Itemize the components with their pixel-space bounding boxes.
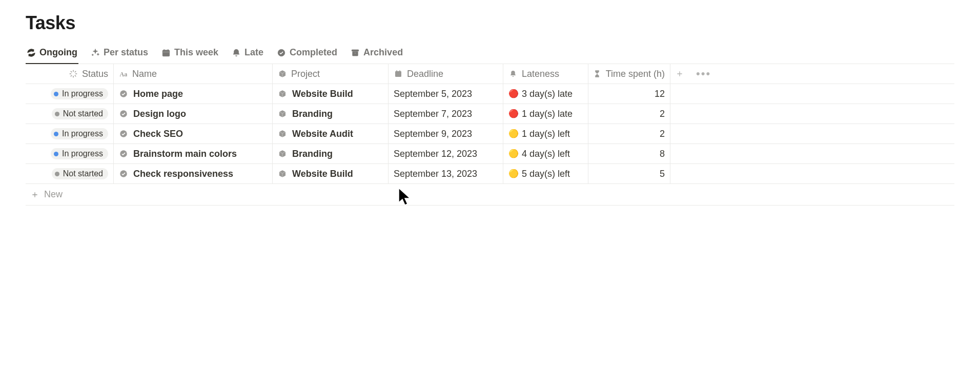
col-status[interactable]: Status [26,64,114,84]
svg-point-12 [120,150,127,157]
tab-completed[interactable]: Completed [276,43,338,64]
plus-icon [31,191,39,199]
tab-late[interactable]: Late [231,43,264,64]
cell-name[interactable]: Check responsiveness [114,164,273,183]
svg-rect-6 [355,53,356,54]
cell-status[interactable]: Not started [26,164,114,183]
project-name: Website Build [292,169,353,179]
table-row[interactable]: Not startedCheck responsivenessWebsite B… [26,164,954,184]
new-row-label: New [44,189,63,200]
status-pill: In progress [51,88,108,99]
task-name: Check responsiveness [133,169,233,179]
timespent-value: 5 [594,169,665,179]
cell-lateness[interactable]: 🟡4 day(s) left [503,144,588,163]
cell-status[interactable]: In progress [26,84,114,104]
cell-lateness[interactable]: 🔴1 day(s) late [503,104,588,124]
svg-point-11 [120,130,127,137]
cell-lateness[interactable]: 🔴3 day(s) late [503,84,588,104]
timespent-value: 12 [594,89,665,99]
task-name: Home page [133,89,183,99]
cell-deadline[interactable]: September 5, 2023 [389,84,503,104]
cell-deadline[interactable]: September 7, 2023 [389,104,503,124]
project-box-icon [278,89,287,98]
lateness-status-icon: 🟡 [508,130,519,138]
tab-archived[interactable]: Archived [350,43,404,64]
cell-name[interactable]: Home page [114,84,273,104]
tab-label: Archived [363,47,403,58]
status-loading-icon [69,69,78,78]
archive-icon [351,48,360,57]
status-label: Not started [63,109,103,118]
cell-project[interactable]: Website Audit [273,124,389,144]
cell-timespent[interactable]: 5 [588,164,670,183]
cell-timespent[interactable]: 12 [588,84,670,104]
bell-icon [232,48,241,57]
tab-ongoing[interactable]: Ongoing [26,43,78,64]
cell-status[interactable]: In progress [26,144,114,163]
lateness-text: 4 day(s) left [522,149,570,159]
status-pill: Not started [52,168,108,179]
status-label: Not started [63,169,103,178]
col-deadline[interactable]: Deadline [389,64,503,84]
tab-label: Ongoing [39,47,77,58]
cell-timespent[interactable]: 2 [588,124,670,144]
project-name: Branding [292,109,333,119]
cell-project[interactable]: Website Build [273,84,389,104]
lateness-status-icon: 🔴 [508,90,519,98]
tab-label: This week [174,47,218,58]
task-check-icon [119,149,128,158]
tab-label: Late [244,47,263,58]
cell-name[interactable]: Check SEO [114,124,273,144]
deadline-value: September 7, 2023 [394,109,472,119]
status-label: In progress [62,89,103,98]
add-column-button[interactable] [676,70,684,78]
cell-status[interactable]: In progress [26,124,114,144]
view-tabs: Ongoing Per status This week Late Comple… [26,43,954,64]
col-label: Name [132,69,157,79]
sparkle-icon [91,48,100,57]
col-name[interactable]: Aa Name [114,64,273,84]
tab-this-week[interactable]: This week [160,43,219,64]
table-row[interactable]: In progressBrainstorm main colorsBrandin… [26,144,954,164]
cell-project[interactable]: Branding [273,144,389,163]
cell-lateness[interactable]: 🟡1 day(s) left [503,124,588,144]
cell-timespent[interactable]: 2 [588,104,670,124]
cell-deadline[interactable]: September 9, 2023 [389,124,503,144]
project-box-icon [278,169,287,178]
cell-deadline[interactable]: September 13, 2023 [389,164,503,183]
cell-timespent[interactable]: 8 [588,144,670,163]
cell-extra [670,84,954,104]
col-lateness[interactable]: Lateness [503,64,588,84]
new-row-button[interactable]: New [26,184,954,206]
status-dot-icon [55,172,59,176]
status-dot-icon [55,112,59,116]
table-header: Status Aa Name Project Deadline [26,64,954,84]
tab-label: Per status [104,47,148,58]
col-label: Status [82,69,108,79]
cell-deadline[interactable]: September 12, 2023 [389,144,503,163]
svg-point-3 [278,49,285,56]
svg-point-13 [120,170,127,177]
deadline-value: September 13, 2023 [394,169,477,179]
lateness-text: 1 day(s) late [522,109,573,119]
table-row[interactable]: In progressHome pageWebsite BuildSeptemb… [26,84,954,104]
cell-project[interactable]: Website Build [273,164,389,183]
col-timespent[interactable]: Time spent (h) [588,64,670,84]
col-project[interactable]: Project [273,64,389,84]
lateness-text: 1 day(s) left [522,129,570,139]
cell-name[interactable]: Brainstorm main colors [114,144,273,163]
col-label: Project [291,69,320,79]
cell-lateness[interactable]: 🟡5 day(s) left [503,164,588,183]
tab-label: Completed [290,47,337,58]
table-row[interactable]: Not startedDesign logoBrandingSeptember … [26,104,954,124]
cell-name[interactable]: Design logo [114,104,273,124]
project-name: Website Build [292,89,353,99]
cell-status[interactable]: Not started [26,104,114,124]
cell-project[interactable]: Branding [273,104,389,124]
lateness-text: 5 day(s) left [522,169,570,179]
calendar-small-icon [394,69,403,78]
tab-per-status[interactable]: Per status [90,43,149,64]
project-box-icon [278,109,287,118]
table-row[interactable]: In progressCheck SEOWebsite AuditSeptemb… [26,124,954,144]
task-check-icon [119,169,128,178]
